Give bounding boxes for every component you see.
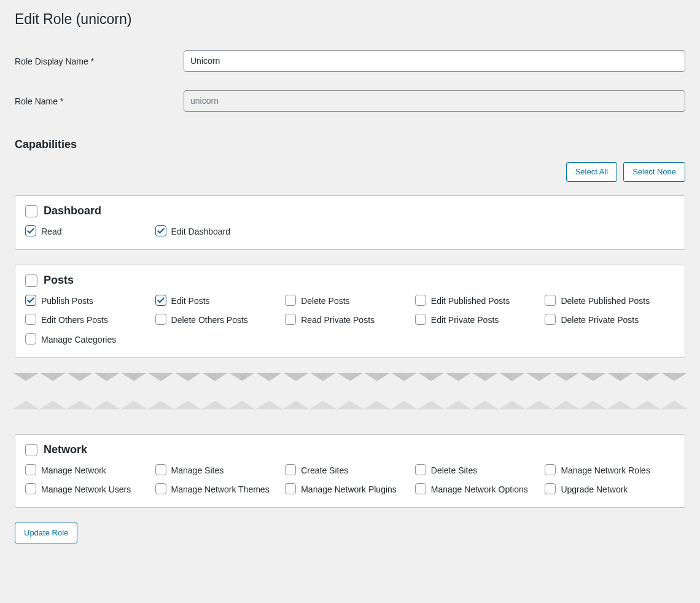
- select-all-button[interactable]: Select All: [566, 162, 617, 182]
- cap-label: Manage Network: [41, 464, 106, 477]
- cap-label: Read Private Posts: [301, 313, 375, 327]
- page-title: Edit Role (unicorn): [15, 0, 685, 41]
- cap-checkbox[interactable]: [155, 225, 166, 236]
- cap-checkbox[interactable]: [415, 314, 426, 325]
- cap-label: Delete Others Posts: [171, 313, 248, 327]
- cap-label: Manage Categories: [41, 333, 116, 346]
- cap-checkbox[interactable]: [285, 483, 296, 494]
- cap-checkbox[interactable]: [285, 295, 296, 306]
- cap-group-network: Network Manage Network Manage Sites Crea…: [15, 434, 685, 508]
- group-checkbox-posts[interactable]: [25, 274, 37, 287]
- cap-label: Manage Network Users: [41, 483, 131, 496]
- select-none-button[interactable]: Select None: [623, 162, 685, 182]
- role-name-label: Role Name *: [15, 81, 184, 121]
- cap-label: Delete Sites: [431, 464, 477, 477]
- cap-group-posts: Posts Publish Posts Edit Posts Delete Po…: [15, 265, 685, 358]
- cap-label: Manage Network Options: [431, 483, 528, 496]
- cap-checkbox[interactable]: [25, 295, 36, 306]
- cap-label: Read: [41, 225, 61, 238]
- cap-label: Edit Private Posts: [431, 313, 499, 327]
- cap-label: Delete Posts: [301, 294, 349, 308]
- cap-checkbox[interactable]: [545, 464, 556, 475]
- capabilities-heading: Capabilities: [15, 138, 685, 151]
- cap-checkbox[interactable]: [285, 464, 296, 475]
- cap-label: Manage Network Themes: [171, 483, 270, 496]
- cap-checkbox[interactable]: [155, 295, 166, 306]
- cap-checkbox[interactable]: [25, 464, 36, 475]
- torn-edge-divider: [15, 373, 685, 410]
- group-title: Dashboard: [44, 204, 101, 217]
- cap-label: Edit Published Posts: [431, 294, 510, 308]
- cap-checkbox[interactable]: [25, 333, 36, 344]
- cap-label: Delete Published Posts: [561, 294, 650, 308]
- cap-checkbox[interactable]: [545, 314, 556, 325]
- cap-group-dashboard: Dashboard Read Edit Dashboard: [15, 195, 685, 250]
- cap-label: Edit Dashboard: [171, 225, 231, 238]
- cap-checkbox[interactable]: [25, 314, 36, 325]
- group-title: Network: [44, 443, 87, 456]
- cap-checkbox[interactable]: [415, 483, 426, 494]
- group-title: Posts: [44, 274, 74, 287]
- cap-label: Manage Sites: [171, 464, 224, 477]
- cap-checkbox[interactable]: [415, 295, 426, 306]
- cap-checkbox[interactable]: [25, 483, 36, 494]
- cap-label: Delete Private Posts: [561, 313, 639, 327]
- role-name-input[interactable]: [184, 90, 685, 112]
- display-name-label: Role Display Name *: [15, 41, 184, 81]
- cap-label: Edit Posts: [171, 294, 210, 308]
- cap-checkbox[interactable]: [415, 464, 426, 475]
- role-display-name-input[interactable]: [184, 50, 685, 72]
- cap-checkbox[interactable]: [545, 295, 556, 306]
- cap-label: Upgrade Network: [561, 483, 628, 496]
- cap-label: Manage Network Roles: [561, 464, 650, 477]
- cap-checkbox[interactable]: [155, 464, 166, 475]
- group-checkbox-dashboard[interactable]: [25, 205, 37, 217]
- cap-label: Publish Posts: [41, 294, 93, 308]
- cap-checkbox[interactable]: [285, 314, 296, 325]
- cap-label: Create Sites: [301, 464, 348, 477]
- cap-checkbox[interactable]: [25, 225, 36, 236]
- cap-checkbox[interactable]: [545, 483, 556, 494]
- update-role-button[interactable]: Update Role: [15, 523, 77, 543]
- cap-checkbox[interactable]: [155, 483, 166, 494]
- cap-label: Manage Network Plugins: [301, 483, 397, 496]
- cap-checkbox[interactable]: [155, 314, 166, 325]
- group-checkbox-network[interactable]: [25, 444, 37, 456]
- cap-label: Edit Others Posts: [41, 313, 108, 327]
